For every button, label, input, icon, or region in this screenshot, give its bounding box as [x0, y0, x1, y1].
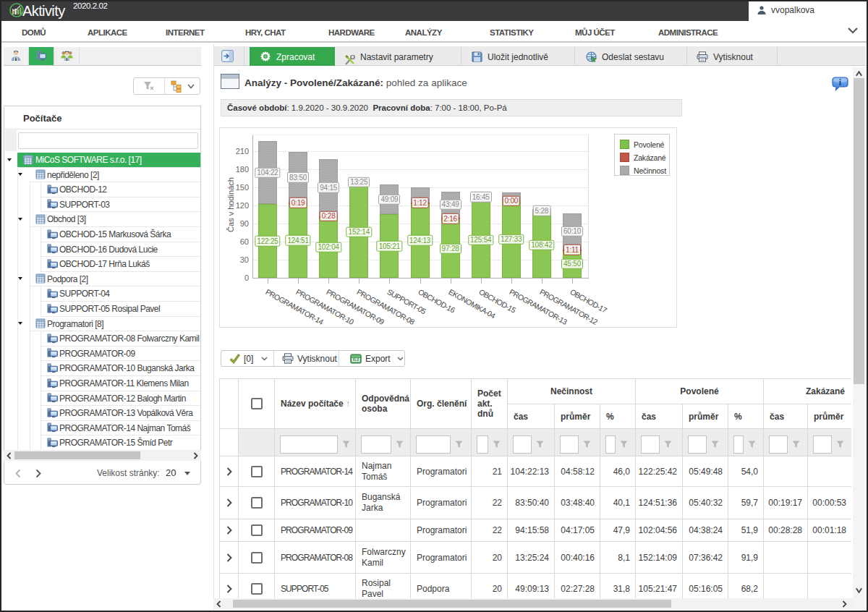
- svg-text:XLS: XLS: [353, 358, 359, 362]
